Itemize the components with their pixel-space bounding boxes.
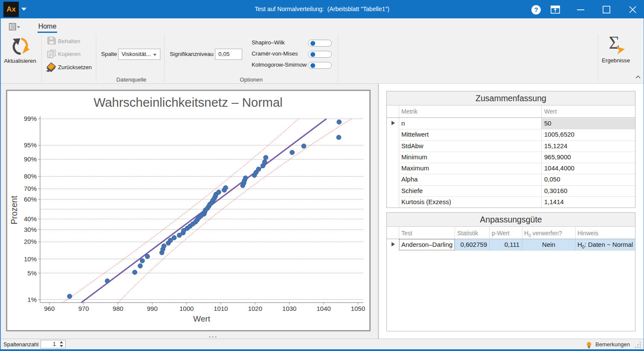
svg-text:99%: 99% (24, 115, 37, 122)
svg-text:Wert: Wert (193, 314, 210, 323)
svg-text:40%: 40% (24, 215, 37, 222)
svg-text:80%: 80% (24, 173, 37, 180)
svg-text:60%: 60% (24, 196, 37, 203)
svg-text:1050: 1050 (351, 305, 365, 312)
svg-text:95%: 95% (24, 141, 37, 149)
svg-text:1010: 1010 (214, 305, 228, 312)
svg-text:1030: 1030 (282, 305, 296, 312)
svg-text:30%: 30% (24, 226, 37, 233)
svg-text:Prozent: Prozent (9, 196, 19, 225)
svg-text:5%: 5% (27, 269, 37, 277)
svg-text:?: ? (534, 6, 538, 13)
svg-text:1020: 1020 (248, 305, 262, 312)
svg-text:980: 980 (113, 305, 123, 312)
svg-text:70%: 70% (24, 185, 37, 192)
svg-text:960: 960 (44, 305, 55, 312)
svg-text:1040: 1040 (316, 305, 331, 312)
svg-text:90%: 90% (24, 155, 37, 163)
svg-text:1000: 1000 (180, 305, 194, 312)
svg-text:990: 990 (147, 305, 157, 312)
svg-text:1%: 1% (27, 296, 37, 303)
svg-text:20%: 20% (24, 238, 37, 245)
svg-text:970: 970 (78, 305, 89, 312)
svg-text:10%: 10% (24, 255, 37, 263)
svg-text:Wahrscheinlichkeitsnetz – Norm: Wahrscheinlichkeitsnetz – Normal (93, 95, 282, 109)
